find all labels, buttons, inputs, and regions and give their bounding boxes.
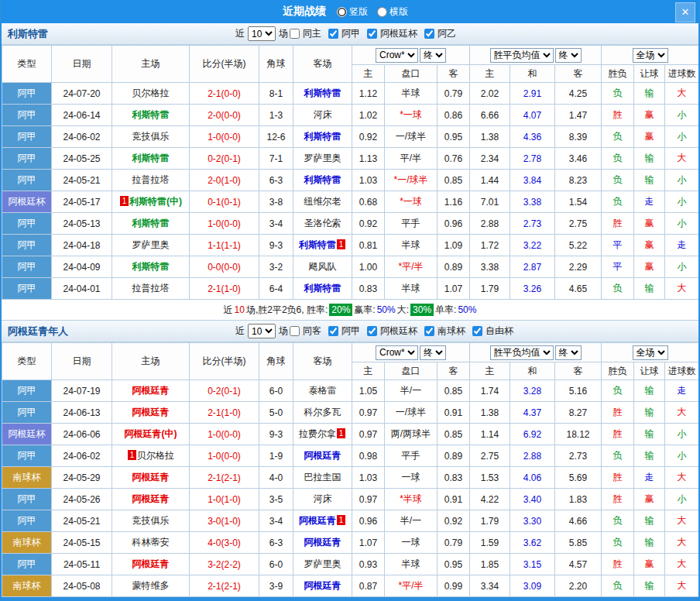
col-header-corners: 角球 — [259, 343, 293, 380]
filter-option-阿甲[interactable]: 阿甲 — [328, 27, 362, 40]
corners-cell: 1-9 — [259, 445, 293, 467]
home-team-cell: 竞技俱乐 — [112, 510, 190, 532]
date-cell: 24-05-21 — [52, 510, 112, 532]
eu-home-odds: 1.44 — [470, 170, 510, 191]
filter-option-同客[interactable]: 同客 — [290, 325, 323, 338]
eu-stage-select[interactable]: 终 — [555, 48, 582, 63]
red-card-badge: 1 — [337, 515, 345, 525]
filter-option-阿根廷杯[interactable]: 阿根廷杯 — [367, 325, 419, 338]
filter-checkbox[interactable] — [472, 326, 482, 336]
ah-stage-select[interactable]: 终 — [420, 48, 446, 63]
result-wdl-cell: 胜 — [602, 424, 634, 445]
eu-home-odds: 2.34 — [470, 148, 510, 170]
away-team-cell: 科尔多瓦 — [293, 402, 352, 424]
team-name: 阿根廷青 — [132, 558, 170, 569]
eu-away-odds: 5.22 — [555, 235, 602, 256]
result-wdl-cell: 胜 — [602, 554, 634, 575]
filter-checkbox[interactable] — [290, 29, 300, 39]
result-wdl-cell: 负 — [602, 532, 634, 554]
result-handicap-cell: 赢 — [634, 256, 665, 278]
col-header-away: 客场 — [293, 343, 352, 380]
filter-option-南球杯[interactable]: 南球杯 — [424, 325, 467, 338]
filter-checkbox[interactable] — [367, 29, 377, 39]
filter-checkbox[interactable] — [424, 29, 434, 39]
filter-checkbox[interactable] — [290, 326, 300, 336]
result-goals-cell: 小 — [665, 170, 699, 191]
sub-header-eu-draw: 和 — [510, 65, 555, 83]
score-cell: 2-1(1-0) — [190, 278, 259, 300]
result-wdl-cell: 平 — [602, 256, 634, 278]
corners-cell: 5-0 — [259, 402, 293, 424]
eu-draw-odds: 2.88 — [510, 445, 555, 467]
eu-home-odds: 3.38 — [470, 256, 510, 278]
result-wdl-cell: 胜 — [602, 213, 634, 235]
eu-home-odds: 3.34 — [470, 575, 510, 597]
filter-option-阿乙[interactable]: 阿乙 — [424, 27, 458, 40]
scope-select[interactable]: 全场 — [633, 345, 668, 360]
team-name: 竞技俱乐 — [132, 515, 170, 526]
eu-draw-odds: 3.26 — [510, 278, 555, 300]
filter-option-阿甲[interactable]: 阿甲 — [328, 325, 362, 338]
result-wdl-cell: 负 — [602, 278, 634, 300]
date-cell: 24-05-15 — [52, 532, 112, 554]
result-handicap-cell: 走 — [634, 467, 665, 489]
result-goals-cell: 小 — [665, 191, 699, 213]
eu-odds-group-header: 胜平负均值终 — [470, 46, 602, 65]
date-cell: 24-04-09 — [52, 256, 112, 278]
match-row: 阿甲24-05-13利斯特雷1-0(0-0)3-4圣洛伦索0.92平手0.962… — [2, 213, 699, 235]
home-team-cell: 利斯特雷 — [112, 256, 190, 278]
horizontal-layout-radio[interactable]: 横版 — [377, 5, 408, 19]
away-team-cell: 罗萨里奥 — [293, 554, 352, 575]
league-badge: 阿甲 — [2, 402, 52, 424]
odds-average-select[interactable]: 胜平负均值 — [490, 48, 554, 63]
league-badge: 阿根廷杯 — [2, 424, 52, 445]
recent-count-select[interactable]: 10 — [248, 26, 276, 41]
ah-home-odds: 0.97 — [352, 402, 385, 424]
summary-text: 大: — [397, 304, 409, 317]
filter-option-自由杯[interactable]: 自由杯 — [472, 325, 515, 338]
ah-handicap-cell: 半球 — [385, 554, 438, 575]
score-cell: 2-0(0-0) — [190, 105, 259, 126]
home-team-cell: 利斯特雷 — [112, 213, 190, 235]
filter-checkbox[interactable] — [328, 29, 338, 39]
horizontal-layout-radio-input[interactable] — [377, 7, 387, 17]
vertical-layout-radio[interactable]: 竖版 — [337, 5, 368, 19]
date-cell: 24-06-13 — [52, 402, 112, 424]
bookmaker-select[interactable]: Crow* — [376, 345, 418, 360]
result-goals-cell: 走 — [665, 235, 699, 256]
team-name: 罗萨里奥 — [132, 239, 170, 250]
ah-home-odds: 0.98 — [352, 445, 385, 467]
score-cell: 1-0(1-0) — [190, 489, 259, 510]
col-header-away: 客场 — [293, 46, 352, 83]
vertical-layout-radio-input[interactable] — [337, 7, 347, 17]
match-row: 阿甲24-04-18罗萨里奥1-1(1-1)9-3利斯特雷10.81半球1.09… — [2, 235, 699, 256]
bookmaker-select[interactable]: Crow* — [376, 48, 418, 63]
eu-away-odds: 2.75 — [555, 213, 602, 235]
ah-stage-select[interactable]: 终 — [420, 345, 446, 360]
filter-label: 阿甲 — [341, 27, 360, 40]
ah-away-odds: 0.85 — [438, 170, 470, 191]
filter-option-阿根廷杯[interactable]: 阿根廷杯 — [367, 27, 419, 40]
filter-checkbox[interactable] — [367, 326, 377, 336]
odds-average-select[interactable]: 胜平负均值 — [490, 345, 554, 360]
filter-checkbox[interactable] — [328, 326, 338, 336]
filter-label: 南球杯 — [438, 325, 465, 338]
away-team-cell: 河床 — [293, 105, 352, 126]
score-cell: 4-0(3-0) — [190, 532, 259, 554]
recent-count-select[interactable]: 10 — [248, 324, 276, 338]
section-summary: 近10场,胜2平2负6, 胜率: 20% 赢率:50% 大: 30% 单率:50… — [2, 300, 698, 321]
score-cell: 1-0(0-0) — [190, 424, 259, 445]
close-icon[interactable]: ✕ — [675, 2, 695, 22]
ah-away-odds: 0.85 — [438, 424, 470, 445]
filter-checkbox[interactable] — [424, 326, 434, 336]
ah-away-odds: 1.07 — [438, 278, 470, 300]
sub-header-eu-away: 客 — [555, 65, 602, 83]
match-row: 阿甲24-05-21拉普拉塔2-0(1-0)6-3利斯特雷1.03*一/球半0.… — [2, 170, 699, 191]
ah-handicap-cell: 一球 — [385, 532, 438, 554]
filter-option-同主[interactable]: 同主 — [290, 27, 323, 40]
eu-stage-select[interactable]: 终 — [555, 345, 582, 360]
scope-select[interactable]: 全场 — [633, 48, 668, 63]
red-card-badge: 1 — [120, 196, 129, 206]
summary-text: 场,胜2平2负6, 胜率: — [246, 304, 328, 317]
home-team-cell: 竞技俱乐 — [112, 126, 190, 148]
